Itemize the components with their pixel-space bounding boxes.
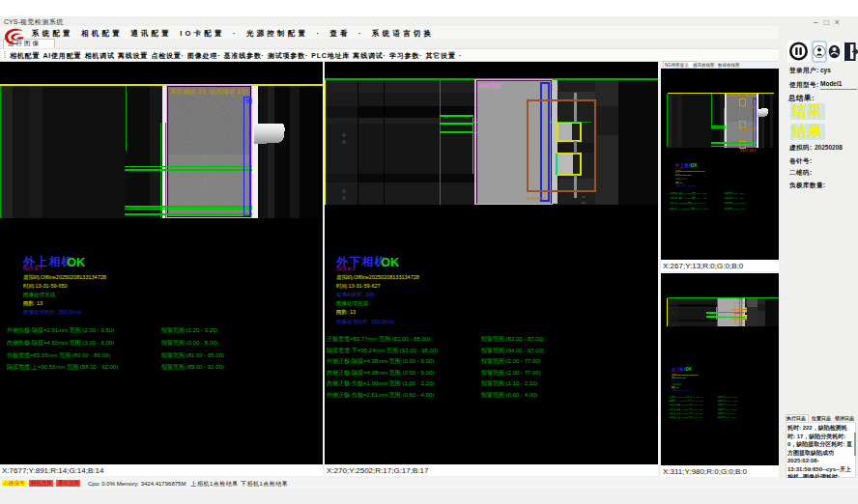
svg-text:圈数: 13: 圈数: 13 (23, 300, 43, 306)
svg-text:图像处理完成: 图像处理完成 (23, 292, 56, 298)
svg-text:报警范围:(83.00 - 87.00): 报警范围:(83.00 - 87.00) (480, 335, 544, 343)
svg-text:32.67,40.8: 32.67,40.8 (741, 105, 758, 109)
svg-text:虚拟码:Offline20250208133134728: 虚拟码:Offline20250208133134728 (336, 274, 419, 281)
svg-text:X:267;Y:13;R:0;G:0;B:0: X:267;Y:13;R:0;G:0;B:0 (663, 262, 744, 270)
svg-text:报警范围:(2.00 - 77.00): 报警范围:(2.00 - 77.00) (480, 369, 541, 377)
svg-text:X:311;Y:980;R:0;G:0;B:0: X:311;Y:980;R:0;G:0;B:0 (663, 467, 748, 476)
svg-text:极耳曲线图: 极耳曲线图 (693, 63, 715, 68)
svg-text:33.47,46.1: 33.47,46.1 (740, 149, 757, 153)
svg-text:NG文本:T: NG文本:T (23, 266, 43, 271)
svg-text:报警范围:(2.00 - 77.00): 报警范围:(2.00 - 77.00) (480, 357, 541, 365)
svg-text:时间:13-31-59-650: 时间:13-31-59-650 (23, 283, 68, 290)
svg-text:内侧负极-隔膜=4.60mm 范围:(3.00 - 6.00: 内侧负极-隔膜=4.60mm 范围:(3.00 - 6.00) (7, 339, 114, 347)
svg-text:隔膜宽度-上=90.56mm 范围:(88.00 - 92.: 隔膜宽度-上=90.56mm 范围:(88.00 - 92.00) (7, 363, 118, 371)
svg-text:图像处理完成: 图像处理完成 (336, 300, 369, 307)
svg-text:报警范围:(81.00 - 85.00): 报警范围:(81.00 - 85.00) (160, 351, 224, 359)
svg-text:报警范围:(94.00 - 97.00): 报警范围:(94.00 - 97.00) (480, 347, 544, 354)
svg-text:隔膜宽度-下=95.24mm 范围:(93.00 - 98.: 隔膜宽度-下=95.24mm 范围:(93.00 - 98.00) (327, 347, 438, 354)
svg-text:图像处理耗时: 183.00ms: 图像处理耗时: 183.00ms (336, 319, 394, 325)
svg-text:内侧正极-隔膜=4.38mm 范围:(0.00 - 9.00: 内侧正极-隔膜=4.38mm 范围:(0.00 - 9.00) (327, 369, 434, 377)
svg-text:外侧负极-隔膜=2.91mm 范围:(2.00 - 3.50: 外侧负极-隔膜=2.91mm 范围:(2.00 - 3.50) (7, 326, 114, 334)
svg-text:内侧正极-负极=1.90mm 范围:(1.00 - 2.20: 内侧正极-负极=1.90mm 范围:(1.00 - 2.20) (327, 380, 434, 387)
svg-text:41.47,98.1: 41.47,98.1 (527, 196, 546, 201)
svg-text:33.07,14.1: 33.07,14.1 (741, 127, 758, 131)
svg-text:正极宽度=83.77mm 范围:(82.00 - 88.00: 正极宽度=83.77mm 范围:(82.00 - 88.00) (327, 335, 430, 343)
svg-text:图像处理耗时: 258.00ms: 图像处理耗时: 258.00ms (23, 309, 81, 316)
svg-text:报警范围:(0.60 - 4.00): 报警范围:(0.60 - 4.00) (480, 391, 537, 399)
svg-text:程序AI耗时: 165: 程序AI耗时: 165 (336, 292, 374, 298)
svg-text:OK: OK (67, 255, 86, 269)
svg-text:报警范围:(2.20 - 3.20): 报警范围:(2.20 - 3.20) (160, 326, 217, 334)
svg-text:报警范围:(89.00 - 91.00): 报警范围:(89.00 - 91.00) (160, 363, 224, 371)
svg-text:报警范围:(1.10 - 2.10): 报警范围:(1.10 - 2.10) (480, 379, 537, 387)
svg-text:虚拟码:Offline20250208133134728: 虚拟码:Offline20250208133134728 (23, 274, 106, 281)
svg-text:时间:13-31-59-627: 时间:13-31-59-627 (336, 283, 381, 290)
svg-text:报警范围:(0.00 - 8.00): 报警范围:(0.00 - 8.00) (160, 339, 217, 347)
svg-text:圈数: 13: 圈数: 13 (336, 309, 356, 315)
svg-text:X:7677;Y:891;R:14;G:14;B:14: X:7677;Y:891;R:14;G:14;B:14 (2, 466, 104, 475)
svg-text:OK: OK (381, 255, 400, 269)
svg-text:AI检测框: AI检测框 (478, 82, 501, 89)
svg-text:外侧正极-负极=2.61mm 范围:(0.60 - 4.00: 外侧正极-负极=2.61mm 范围:(0.60 - 4.00) (327, 391, 434, 399)
svg-text:X:270;Y:2502;R:17;G:17;B:17: X:270;Y:2502;R:17;G:17;B:17 (327, 466, 429, 475)
svg-text:NG文本:0: NG文本:0 (336, 266, 356, 271)
svg-text:灰阶阈值:93, 动态阈值:100: 灰阶阈值:93, 动态阈值:100 (170, 88, 248, 96)
svg-text:外侧正极-隔膜=4.38mm 范围:(0.00 - 9.00: 外侧正极-隔膜=4.38mm 范围:(0.00 - 9.00) (327, 357, 434, 365)
svg-text:负极宽度=83.05mm 范围:(80.00 - 86.00: 负极宽度=83.05mm 范围:(80.00 - 86.00) (7, 351, 110, 359)
svg-text:NG视图显示: NG视图显示 (665, 62, 689, 69)
svg-text:数据曲线图: 数据曲线图 (718, 63, 740, 68)
